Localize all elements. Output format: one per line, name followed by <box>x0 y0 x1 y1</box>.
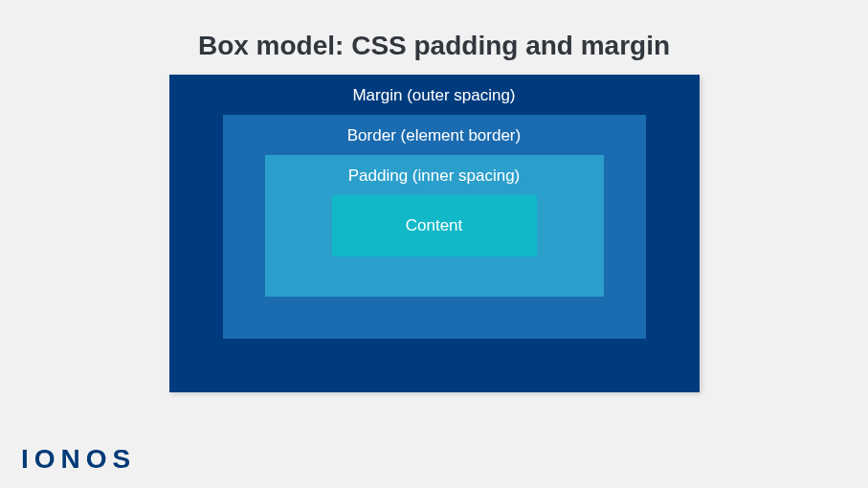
content-label: Content <box>332 216 537 235</box>
brand-logo: IONOS <box>21 444 136 475</box>
box-model-diagram: Margin (outer spacing) Border (element b… <box>169 75 700 392</box>
margin-layer: Margin (outer spacing) Border (element b… <box>169 75 700 392</box>
content-layer: Content <box>332 195 537 256</box>
border-layer: Border (element border) Padding (inner s… <box>223 115 646 339</box>
page-title: Box model: CSS padding and margin <box>0 0 868 75</box>
padding-layer: Padding (inner spacing) Content <box>265 155 604 297</box>
margin-label: Margin (outer spacing) <box>223 75 646 115</box>
padding-label: Padding (inner spacing) <box>332 155 537 195</box>
border-label: Border (element border) <box>265 115 604 155</box>
